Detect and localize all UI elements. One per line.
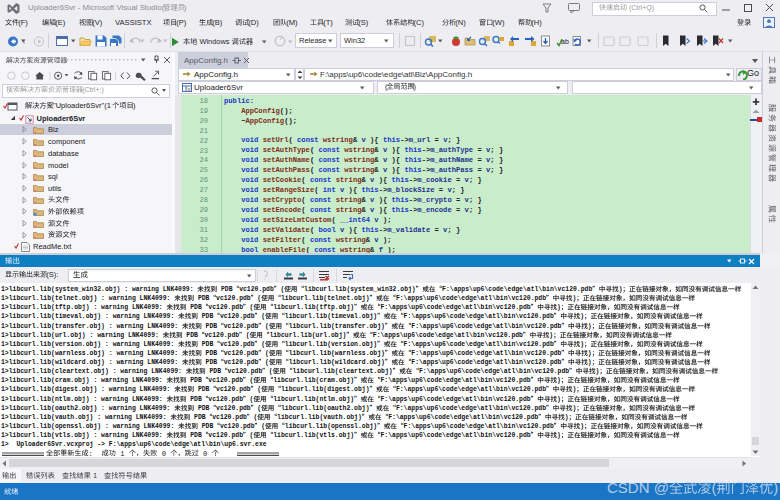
svg-text:1>libcurl.lib(version.obj) : w: 1>libcurl.lib(version.obj) : warning LNK… — [1, 340, 178, 348]
svg-text:1>libcurl.lib(wildcard.obj) :: 1>libcurl.lib(wildcard.obj) : warning LN… — [1, 358, 182, 366]
svg-text:(: ( — [265, 349, 269, 357]
svg-text:libcurl.lib(ntlm.obj): libcurl.lib(ntlm.obj) — [273, 395, 354, 403]
svg-text:F:\apps\up6\code\edge\atl\bin\: F:\apps\up6\code\edge\atl\bin\vc120.pdb — [396, 386, 547, 394]
svg-text:(E): (E) — [55, 19, 66, 27]
svg-text:PDB: PDB — [194, 386, 210, 394]
svg-text:libcurl.lib(url.obj): libcurl.lib(url.obj) — [269, 331, 346, 339]
svg-text:(: ( — [265, 322, 269, 330]
svg-text:F:\apps\up6\code\edge\atl\bin\: F:\apps\up6\code\edge\atl\bin\vc120.pdb — [404, 422, 555, 430]
svg-text:vc120.pdb: vc120.pdb — [224, 358, 259, 366]
svg-text:(S): (S) — [358, 19, 369, 27]
svg-text:): ) — [557, 304, 561, 312]
svg-text:1>libcurl.lib(cleartext.obj) :: 1>libcurl.lib(cleartext.obj) : warning L… — [1, 368, 186, 376]
svg-text:libcurl.lib(warnless.obj): libcurl.lib(warnless.obj) — [289, 349, 385, 357]
svg-text:libcurl.lib(cram.obj): libcurl.lib(cram.obj) — [273, 377, 354, 385]
svg-text:(: ( — [246, 331, 250, 339]
svg-text:): ) — [580, 340, 584, 348]
svg-text:(W): (W) — [492, 19, 505, 27]
svg-text:F:\apps\up6\code\edge\atl\bin\: F:\apps\up6\code\edge\atl\bin\vc120.pdb — [411, 322, 562, 330]
svg-text:(D): (D) — [248, 19, 259, 27]
svg-text:vc120.pdb: vc120.pdb — [224, 349, 259, 357]
svg-text:(Ctrl+;): (Ctrl+;) — [82, 86, 104, 94]
svg-text:PDB: PDB — [202, 358, 218, 366]
svg-text:1>libcurl.lib(system_win32.obj: 1>libcurl.lib(system_win32.obj) : warnin… — [1, 285, 197, 293]
svg-text:1>libcurl.lib(oauth2.obj) : wa: 1>libcurl.lib(oauth2.obj) : warning LNK4… — [1, 404, 174, 412]
svg-text:): ) — [572, 386, 576, 394]
svg-text:vc120.pdb: vc120.pdb — [220, 422, 255, 430]
svg-text:PDB: PDB — [186, 395, 202, 403]
svg-text:(: ( — [257, 404, 261, 412]
svg-text:libcurl.lib(transfer.obj): libcurl.lib(transfer.obj) — [289, 322, 385, 330]
svg-text:F:\apps\up6\code\edge\atl\bin\: F:\apps\up6\code\edge\atl\bin\vc120.pdb — [419, 368, 570, 376]
svg-text:(: ( — [269, 368, 273, 376]
svg-text:(: ( — [712, 481, 717, 496]
svg-text:VASSISTX: VASSISTX — [115, 19, 152, 27]
svg-text:(: ( — [257, 294, 261, 302]
svg-text:1>libcurl.lib(openssl.obj) : w: 1>libcurl.lib(openssl.obj) : warning LNK… — [1, 422, 178, 430]
svg-text:libcurl.lib(cleartext.obj): libcurl.lib(cleartext.obj) — [293, 368, 393, 376]
svg-text:(: ( — [250, 377, 254, 385]
svg-text:F:\apps\up6\code\edge\atl\bin\: F:\apps\up6\code\edge\atl\bin\vc120.pdb — [442, 285, 593, 293]
svg-text:(V): (V) — [92, 19, 103, 27]
svg-text:1>libcurl.lib(url.obj) : warni: 1>libcurl.lib(url.obj) : warning LNK4099… — [1, 331, 163, 339]
svg-text:libcurl.lib(timeval.obj): libcurl.lib(timeval.obj) — [285, 313, 377, 321]
svg-text:PDB: PDB — [186, 431, 202, 439]
svg-text:): ) — [557, 395, 561, 403]
svg-text:vc120.pdb: vc120.pdb — [208, 431, 243, 439]
svg-text:(N): (N) — [455, 19, 466, 27]
svg-text:PDB: PDB — [202, 322, 218, 330]
svg-text:1>libcurl.lib(telnet.obj) : wa: 1>libcurl.lib(telnet.obj) : warning LNK4… — [1, 294, 174, 302]
svg-text:PDB: PDB — [183, 331, 199, 339]
svg-text:PDB: PDB — [198, 340, 214, 348]
svg-text:libcurl.lib(system_win32.obj): libcurl.lib(system_win32.obj) — [304, 285, 416, 293]
svg-text:vc120.pdb: vc120.pdb — [208, 395, 243, 403]
svg-text:vc120.pdb: vc120.pdb — [228, 368, 263, 376]
svg-text:vc120.pdb: vc120.pdb — [216, 294, 251, 302]
svg-text:PDB: PDB — [190, 413, 206, 421]
svg-text:vc120.pdb: vc120.pdb — [208, 377, 243, 385]
svg-text:(: ( — [261, 340, 265, 348]
svg-text:): ) — [588, 322, 592, 330]
svg-text:): ) — [580, 313, 584, 321]
svg-text:): ) — [588, 349, 592, 357]
svg-text:): ) — [549, 331, 553, 339]
svg-text:"Uploader6Svr"(1: "Uploader6Svr"(1 — [53, 102, 113, 110]
svg-text:F:\apps\up6\code\edge\atl\bin\: F:\apps\up6\code\edge\atl\bin\vc120.pdb — [404, 313, 555, 321]
svg-text:(M): (M) — [286, 19, 298, 27]
svg-text:F:\apps\up6\code\edge\atl\bin\: F:\apps\up6\code\edge\atl\bin\vc120.pdb — [411, 358, 562, 366]
svg-text:PDB: PDB — [186, 304, 202, 312]
svg-text:1>libcurl.lib(transfer.obj) :: 1>libcurl.lib(transfer.obj) : warning LN… — [1, 322, 182, 330]
svg-text:vc120.pdb: vc120.pdb — [216, 386, 251, 394]
svg-text:(T): (T) — [323, 19, 333, 27]
svg-text:): ) — [414, 83, 417, 91]
svg-text:F:\apps\up6\code\edge\atl\bin\: F:\apps\up6\code\edge\atl\bin\vc120.pdb — [381, 431, 532, 439]
svg-text:libcurl.lib(digest.obj): libcurl.lib(digest.obj) — [281, 386, 370, 394]
svg-text:F:\apps\up6\code\edge\atl\bin\: F:\apps\up6\code\edge\atl\bin\vc120.pdb — [388, 413, 539, 421]
svg-text:): ) — [588, 358, 592, 366]
svg-text:PDB: PDB — [217, 285, 233, 293]
svg-text:F:\apps\up6\code\edge\atl\bin\: F:\apps\up6\code\edge\atl\bin\vc120.pdb — [396, 294, 547, 302]
svg-text:1>libcurl.lib(vauth.obj) : war: 1>libcurl.lib(vauth.obj) : warning LNK40… — [1, 413, 170, 421]
svg-text:(: ( — [280, 285, 284, 293]
svg-text:(P): (P) — [176, 19, 187, 27]
svg-text:1>libcurl.lib(tftp.obj) : warn: 1>libcurl.lib(tftp.obj) : warning LNK409… — [1, 304, 167, 312]
svg-text:F:\apps\up6\code\edge\atl\bin\: F:\apps\up6\code\edge\atl\bin\vc120.pdb — [381, 304, 532, 312]
svg-text:PDB: PDB — [206, 368, 222, 376]
svg-text:(: ( — [253, 413, 257, 421]
svg-text:1>libcurl.lib(vtls.obj) : warn: 1>libcurl.lib(vtls.obj) : warning LNK409… — [1, 431, 167, 439]
svg-text:libcurl.lib(telnet.obj): libcurl.lib(telnet.obj) — [281, 294, 370, 302]
svg-text:1>libcurl.lib(warnless.obj) :: 1>libcurl.lib(warnless.obj) : warning LN… — [1, 349, 182, 357]
svg-text:F:\apps\up6\code\edge\atl\bin\: F:\apps\up6\code\edge\atl\bin\vc120.pdb — [404, 340, 555, 348]
svg-text:PDB: PDB — [198, 313, 214, 321]
svg-text:libcurl.lib(version.obj): libcurl.lib(version.obj) — [285, 340, 377, 348]
svg-text:vc120.pdb: vc120.pdb — [220, 313, 255, 321]
svg-text:): ) — [557, 431, 561, 439]
svg-text:): ) — [596, 368, 600, 376]
svg-text:libcurl.lib(vauth.obj): libcurl.lib(vauth.obj) — [277, 413, 362, 421]
svg-text:PDB: PDB — [194, 294, 210, 302]
svg-text:): ) — [619, 285, 623, 293]
svg-text:PDB: PDB — [194, 404, 210, 412]
svg-text:PDB: PDB — [202, 349, 218, 357]
svg-text:ab: ab — [561, 38, 569, 45]
svg-text:libcurl.lib(wildcard.obj): libcurl.lib(wildcard.obj) — [289, 358, 385, 366]
